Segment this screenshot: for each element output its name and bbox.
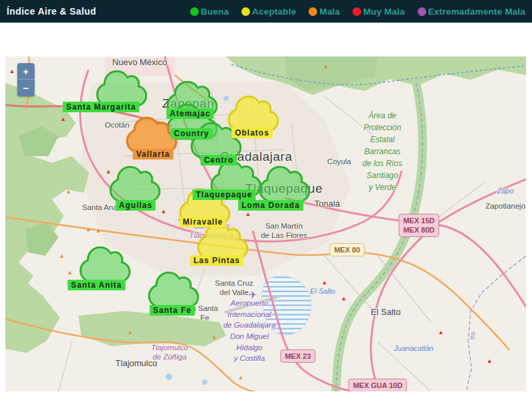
legend-item-muy-mala: Muy Mala bbox=[352, 7, 404, 17]
airplane-icon: ✈ bbox=[249, 289, 257, 301]
cloud-icon[interactable] bbox=[110, 165, 160, 204]
legend-item-extremadamente-mala: Extremadamente Mala bbox=[418, 7, 525, 17]
app-header: Índice Aire & Salud Buena Aceptable Mala… bbox=[0, 0, 532, 23]
cloud-icon[interactable] bbox=[260, 165, 309, 204]
cloud-shape bbox=[110, 167, 160, 201]
station-label[interactable]: Atemajac bbox=[166, 108, 213, 119]
legend-label: Extremadamente Mala bbox=[428, 7, 525, 17]
road-badge: MEX 23 bbox=[280, 350, 315, 363]
legend-item-mala: Mala bbox=[309, 7, 340, 17]
zoom-out-button[interactable]: − bbox=[17, 80, 35, 96]
station-label[interactable]: Oblatos bbox=[231, 128, 273, 138]
cloud-shape bbox=[127, 118, 176, 152]
station-label[interactable]: Santa Margarita bbox=[63, 102, 139, 112]
zoom-in-button[interactable]: + bbox=[17, 63, 35, 80]
legend-label: Buena bbox=[201, 7, 229, 17]
air-quality-legend: Buena Aceptable Mala Muy Mala Extremadam… bbox=[190, 7, 525, 17]
station-label[interactable]: Country bbox=[171, 128, 213, 139]
legend-color-dot-icon bbox=[418, 7, 426, 16]
road-badge: MEX 80 bbox=[329, 243, 364, 256]
cloud-shape bbox=[97, 71, 146, 106]
legend-color-dot-icon bbox=[241, 7, 250, 16]
legend-item-buena: Buena bbox=[190, 7, 229, 17]
station-label[interactable]: Loma Dorada bbox=[238, 200, 303, 211]
legend-label: Mala bbox=[319, 7, 340, 17]
road-badge: MEX GUA 10D bbox=[348, 379, 407, 391]
map-canvas[interactable]: + − Nuevo MéxicoZapopanOcotánGuadalajara… bbox=[5, 56, 526, 391]
cloud-icon[interactable] bbox=[149, 270, 198, 310]
station-label[interactable]: Miravalle bbox=[180, 217, 226, 227]
cloud-shape bbox=[149, 272, 198, 307]
station-label[interactable]: Vallarta bbox=[133, 149, 174, 159]
station-label[interactable]: Tlaquepaque bbox=[192, 189, 255, 200]
cloud-shape bbox=[198, 224, 247, 258]
cloud-shape bbox=[80, 247, 130, 282]
station-label[interactable]: Centro bbox=[201, 155, 237, 165]
legend-item-aceptable: Aceptable bbox=[241, 7, 296, 17]
road-badge: MEX 15D MEX 80D bbox=[398, 214, 439, 237]
station-label[interactable]: Aguilas bbox=[116, 200, 156, 211]
legend-color-dot-icon bbox=[352, 7, 361, 16]
legend-color-dot-icon bbox=[309, 7, 317, 16]
cloud-icon[interactable] bbox=[192, 121, 241, 160]
cloud-shape bbox=[260, 167, 309, 201]
station-label[interactable]: Las Pintas bbox=[190, 255, 243, 266]
legend-color-dot-icon bbox=[190, 7, 199, 16]
app-title: Índice Aire & Salud bbox=[7, 6, 96, 17]
cloud-icon[interactable] bbox=[80, 245, 130, 284]
station-label[interactable]: Santa Anita bbox=[68, 280, 126, 290]
station-label[interactable]: Santa Fe bbox=[150, 305, 195, 316]
legend-label: Muy Mala bbox=[363, 7, 404, 17]
legend-label: Aceptable bbox=[252, 7, 296, 17]
map-zoom-control: + − bbox=[17, 63, 35, 96]
